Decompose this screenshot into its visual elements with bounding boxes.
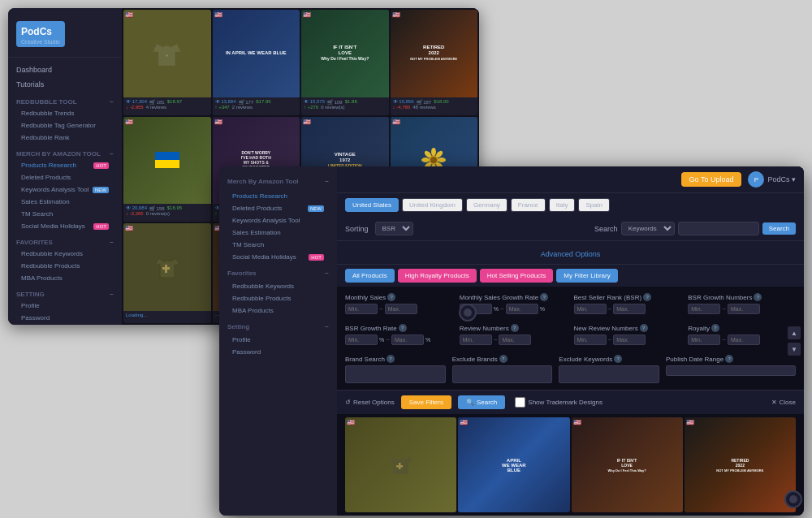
product-stats-9: Loading... <box>123 311 211 319</box>
bottom-product-2[interactable]: 🇺🇸 APRILWE WEARBLUE <box>458 417 569 512</box>
filter-row-royalty: ~ <box>688 335 796 345</box>
filter-label-new-reviews: New Review Numbers ? <box>574 324 682 332</box>
search-input[interactable] <box>678 222 759 235</box>
bsr-min[interactable] <box>574 304 607 314</box>
sort-select[interactable]: BSR <box>375 222 413 235</box>
info-icon-exclude-brands: ? <box>499 355 508 363</box>
new-reviews-max[interactable] <box>613 335 646 345</box>
product-card-9[interactable]: 🇺🇸 Loading... <box>123 223 211 323</box>
flag-us-5: 🇺🇸 <box>125 119 133 126</box>
user-name[interactable]: PodCs ▾ <box>767 175 796 183</box>
filter-tag-high-royalty[interactable]: High Royalty Products <box>398 269 477 283</box>
search-button[interactable]: Search <box>762 222 796 235</box>
growth-max[interactable] <box>506 304 538 314</box>
date-range-input[interactable]: September 1, 2021 - March 31, 2022 <box>666 365 796 376</box>
bottom-product-3[interactable]: 🇺🇸 IF IT ISN'TLOVEWhy Do I Feel This Way… <box>572 417 683 512</box>
close-button[interactable]: ✕ Close <box>771 399 796 406</box>
filter-tag-hot-selling[interactable]: Hot Selling Products <box>480 269 553 283</box>
front-sub-password[interactable]: Password <box>219 346 337 358</box>
flag-us-4: 🇺🇸 <box>392 11 400 19</box>
circle-button-front[interactable] <box>784 490 802 508</box>
product-card-1[interactable]: 🇺🇸 ✝ 👁 17,304 🛒 181 $18.97 ↓ -2,955 4 re… <box>123 10 211 115</box>
product-card-5[interactable]: 🇺🇸 👁 20,684 🛒 158 $18.95 ↓ -2,265 0 revi… <box>123 117 211 222</box>
sidebar-sub-rb-keywords[interactable]: Redbubble Keywords <box>8 248 122 260</box>
circle-inner-front <box>789 495 797 503</box>
scroll-up-button[interactable]: ▲ <box>788 326 801 339</box>
brand-search-input[interactable] <box>345 365 446 383</box>
sidebar-sub-rb-products[interactable]: Redbubble Products <box>8 260 122 272</box>
sidebar-sub-keywords-analysis[interactable]: Keywords Analysis Tool NEW <box>8 183 122 196</box>
sidebar-sub-social-media[interactable]: Social Media Holidays HOT <box>8 220 122 232</box>
front-section-favorites: Favorites − <box>219 266 337 280</box>
front-sub-social[interactable]: Social Media Holidays HOT <box>219 251 337 263</box>
bsr-growth-min[interactable] <box>688 304 720 314</box>
front-sub-deleted[interactable]: Deleted Products NEW <box>219 202 337 214</box>
country-tab-uk[interactable]: United Kingdom <box>402 198 463 212</box>
royalty-min[interactable] <box>688 335 720 345</box>
country-tab-de[interactable]: Germany <box>466 198 508 212</box>
go-to-upload-button[interactable]: Go To Upload <box>681 172 742 187</box>
front-sub-products-research[interactable]: Products Research <box>219 190 337 202</box>
bsr-rate-max[interactable] <box>391 335 424 345</box>
new-reviews-min[interactable] <box>574 335 607 345</box>
flag-bottom-4: 🇺🇸 <box>686 419 694 426</box>
country-tab-es[interactable]: Spain <box>578 198 609 212</box>
sidebar-sub-mba-products[interactable]: MBA Products <box>8 272 122 284</box>
reviews-min[interactable] <box>460 335 492 345</box>
trademark-checkbox-label[interactable]: Show Trademark Designs <box>515 397 603 408</box>
filter-tag-my-library[interactable]: My Filter Library <box>556 269 617 283</box>
reviews-max[interactable] <box>499 335 531 345</box>
front-sub-rb-keywords[interactable]: Redbubble Keywords <box>219 280 337 292</box>
reset-options-button[interactable]: ↺ Reset Options <box>345 399 395 406</box>
product-card-3[interactable]: 🇺🇸 IF IT ISN'TLOVEWhy Do I Feel This Way… <box>301 10 389 115</box>
bsr-max[interactable] <box>613 304 646 314</box>
sidebar-sub-redbubble-tag[interactable]: Redbubble Tag Generator <box>8 119 122 132</box>
front-sub-tm[interactable]: TM Search <box>219 239 337 251</box>
sidebar-sub-sales[interactable]: Sales Estimation <box>8 196 122 208</box>
user-avatar: P <box>748 171 764 188</box>
exclude-brands-input[interactable] <box>452 365 553 383</box>
front-sub-sales[interactable]: Sales Estimation <box>219 227 337 239</box>
sidebar-section-merch: Merch By Amazon Tool − <box>8 147 122 159</box>
front-sub-mba[interactable]: MBA Products <box>219 304 337 317</box>
sidebar-sub-redbubble-rank[interactable]: Redbubble Rank <box>8 132 122 144</box>
scroll-down-button[interactable]: ▼ <box>788 343 801 356</box>
search-action-button[interactable]: 🔍 Search <box>458 395 505 409</box>
bottom-cross-svg <box>387 452 415 478</box>
bottom-product-image-2: 🇺🇸 APRILWE WEARBLUE <box>458 417 569 512</box>
sidebar-sub-password[interactable]: Password <box>8 312 122 324</box>
bsr-rate-min[interactable] <box>345 335 378 345</box>
sidebar-item-tutorials[interactable]: Tutorials <box>8 77 122 92</box>
trademark-checkbox[interactable] <box>515 397 525 408</box>
royalty-max[interactable] <box>728 335 760 345</box>
monthly-sales-min[interactable] <box>345 304 378 314</box>
filter-row-bsr-growth: ~ <box>688 304 796 314</box>
badge-hot-2: HOT <box>93 223 109 230</box>
product-card-4[interactable]: 🇺🇸 RETIRED2022NOT MY PROBLEM ANYMORE 👁 1… <box>391 10 478 115</box>
product-stats-5: 👁 20,684 🛒 158 $18.95 ↓ -2,265 0 review(… <box>123 204 211 218</box>
sidebar-sub-products-research[interactable]: Products Research HOT <box>8 159 122 171</box>
bottom-product-4[interactable]: 🇺🇸 RETIRED2022NOT MY PROBLEM ANYMORE <box>685 417 796 512</box>
front-sub-keywords[interactable]: Keywords Analysis Tool <box>219 214 337 227</box>
monthly-sales-max[interactable] <box>385 304 417 314</box>
front-sub-profile[interactable]: Profile <box>219 334 337 346</box>
bottom-product-1[interactable]: 🇺🇸 <box>345 417 456 512</box>
circle-button-back[interactable] <box>459 304 477 322</box>
country-tab-it[interactable]: Italy <box>549 198 576 212</box>
exclude-keywords-input[interactable] <box>559 365 659 383</box>
front-sub-rb-products[interactable]: Redbubble Products <box>219 292 337 304</box>
bsr-growth-max[interactable] <box>728 304 760 314</box>
search-type-select[interactable]: Keywords <box>621 222 675 235</box>
search-label: Search <box>594 225 618 233</box>
filter-tag-all[interactable]: All Products <box>345 269 395 283</box>
sidebar-sub-profile[interactable]: Profile <box>8 300 122 312</box>
product-card-2[interactable]: 🇺🇸 IN APRIL WE WEAR BLUE 👁 13,684 🛒 177 … <box>213 10 300 115</box>
filter-brand-search: Brand Search ? <box>345 355 446 383</box>
sidebar-sub-redbubble-trends[interactable]: Redbubble Trends <box>8 107 122 119</box>
sidebar-item-dashboard[interactable]: Dashboard <box>8 63 122 77</box>
country-tab-fr[interactable]: France <box>511 198 546 212</box>
sidebar-sub-tm-search[interactable]: TM Search <box>8 208 122 220</box>
save-filters-button[interactable]: Save Filters <box>401 395 451 409</box>
country-tab-us[interactable]: United States <box>345 198 399 212</box>
sidebar-sub-deleted-products[interactable]: Deleted Products <box>8 171 122 183</box>
